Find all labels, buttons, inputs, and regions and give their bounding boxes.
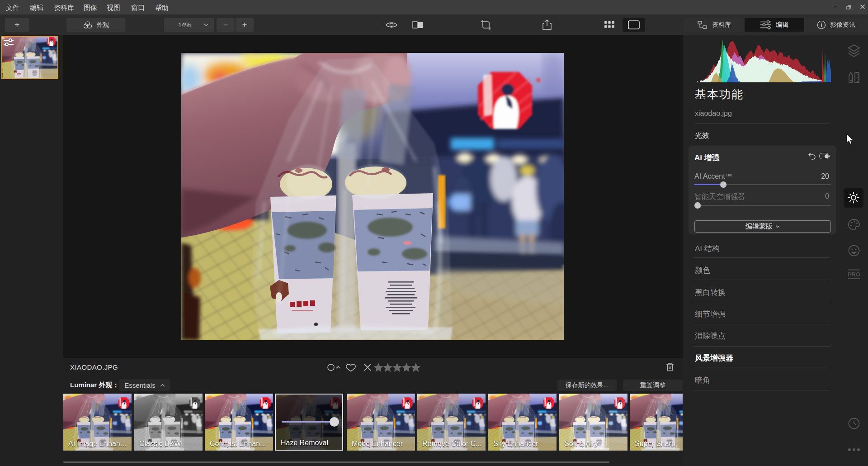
svg-text:PRO: PRO: [848, 271, 860, 278]
